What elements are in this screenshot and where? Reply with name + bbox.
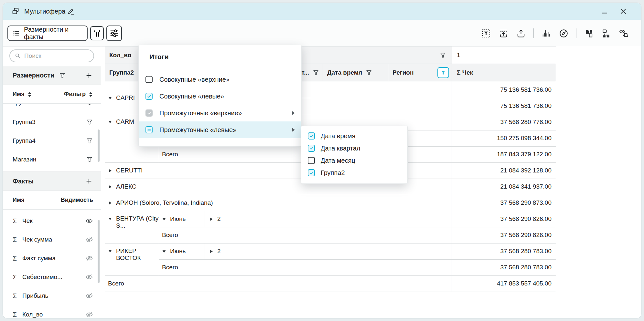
filter-icon[interactable] xyxy=(86,104,93,106)
close-button[interactable] xyxy=(619,7,628,16)
fact-item[interactable]: Σ Кол_во xyxy=(3,305,101,318)
expand-arrow-icon[interactable] xyxy=(209,217,213,221)
value-cell[interactable]: 21 084 392 128.00 xyxy=(452,162,556,179)
checkbox[interactable] xyxy=(145,109,153,117)
fact-item[interactable]: Σ Себестоимо... xyxy=(3,268,101,286)
visibility-toggle[interactable] xyxy=(85,254,93,262)
checkbox[interactable] xyxy=(308,132,315,140)
submenu-item-quarter[interactable]: Дата квартал xyxy=(301,142,407,154)
submenu-item-datetime[interactable]: Дата время xyxy=(301,130,407,142)
fact-item[interactable]: Σ Чек xyxy=(3,212,101,230)
facts-scrollbar[interactable] xyxy=(98,220,100,283)
header-datetime[interactable]: Дата время xyxy=(323,64,388,81)
fact-item[interactable]: Σ Факт сумма xyxy=(3,249,101,268)
sort-filter-icon[interactable] xyxy=(88,91,93,97)
row-group-cell[interactable]: РИКЕР ВОСТОК xyxy=(105,243,159,275)
value-cell[interactable]: 37 568 290 826.00 xyxy=(452,211,556,227)
expand-arrow-icon[interactable] xyxy=(162,249,166,254)
hierarchy-icon[interactable] xyxy=(601,28,611,38)
expand-arrow-icon[interactable] xyxy=(209,249,213,254)
fact-filter-value-cell[interactable]: 1 xyxy=(452,47,556,64)
copy-documents-icon[interactable] xyxy=(584,28,594,38)
value-cell[interactable]: 75 136 581 736.00 xyxy=(452,98,556,114)
fact-item[interactable]: Σ Чек сумма xyxy=(3,230,101,249)
expand-arrow-icon[interactable] xyxy=(108,201,112,205)
value-cell[interactable]: 37 568 280 783.00 xyxy=(452,259,556,275)
menu-item-intermediate-top[interactable]: Промежуточные «верхние» xyxy=(139,105,301,121)
row-quarter-cell[interactable]: 2 xyxy=(205,211,452,227)
minimize-button[interactable] xyxy=(600,7,609,16)
submenu-item-group2[interactable]: Группа2 xyxy=(301,167,407,179)
visibility-toggle[interactable] xyxy=(85,292,93,300)
chart-icon[interactable] xyxy=(541,28,551,38)
dimension-item[interactable]: Группа3 xyxy=(3,113,101,131)
header-region[interactable]: Регион xyxy=(388,64,452,81)
add-fact-button[interactable] xyxy=(85,178,92,185)
value-cell[interactable]: 37 568 280 783.00 xyxy=(452,243,556,259)
sidebar-search[interactable] xyxy=(9,49,94,62)
filter-icon[interactable] xyxy=(86,137,93,144)
visibility-toggle[interactable] xyxy=(85,273,93,281)
rename-pencil-icon[interactable] xyxy=(67,7,75,15)
expand-arrow-icon[interactable] xyxy=(162,217,166,221)
filter-icon[interactable] xyxy=(365,69,372,76)
checkbox[interactable] xyxy=(145,126,153,133)
add-dimension-button[interactable] xyxy=(85,72,92,79)
table-settings-button[interactable] xyxy=(106,26,122,41)
filter-selection-icon[interactable] xyxy=(481,28,491,38)
region-active-filter-button[interactable] xyxy=(437,67,449,78)
expand-arrow-icon[interactable] xyxy=(108,120,112,124)
dimensions-scrollbar[interactable] xyxy=(98,129,100,162)
visibility-tool-icon[interactable] xyxy=(619,28,629,38)
row-label: CAPRI xyxy=(116,94,135,101)
expand-arrow-icon[interactable] xyxy=(108,217,112,221)
checkbox[interactable] xyxy=(308,157,315,164)
expand-arrow-icon[interactable] xyxy=(108,249,112,253)
fact-item[interactable]: Σ Прибыль xyxy=(3,286,101,305)
expand-arrow-icon[interactable] xyxy=(108,96,112,100)
sort-name-icon[interactable] xyxy=(27,91,32,97)
row-group-cell[interactable]: АРИОН (Soloro, Tervolina, Indiana) xyxy=(105,195,452,211)
checkbox[interactable] xyxy=(308,145,315,152)
value-cell[interactable]: 37 568 280 778.00 xyxy=(452,114,556,130)
search-input[interactable] xyxy=(24,52,80,60)
visibility-toggle[interactable] xyxy=(85,217,93,225)
value-cell[interactable]: 37 568 290 873.00 xyxy=(452,195,556,211)
value-cell[interactable]: 75 136 581 736.00 xyxy=(452,82,556,98)
filter-icon[interactable] xyxy=(86,156,93,163)
checkbox[interactable] xyxy=(145,76,153,83)
column-width-button[interactable] xyxy=(90,26,104,40)
value-cell[interactable]: 417 853 557 405.00 xyxy=(452,275,556,292)
dimensions-filter-icon[interactable] xyxy=(59,72,66,79)
filter-icon[interactable] xyxy=(312,69,319,76)
row-quarter-cell[interactable]: 2 xyxy=(205,243,452,259)
menu-item-aggregate-left[interactable]: Совокупные «левые» xyxy=(139,88,301,105)
menu-item-intermediate-left[interactable]: Промежуточные «левые» xyxy=(139,121,301,138)
visibility-toggle[interactable] xyxy=(85,236,93,243)
value-cell[interactable]: 150 275 098 344.00 xyxy=(452,130,556,146)
filter-icon[interactable] xyxy=(86,119,93,126)
dimension-item[interactable]: Магазин xyxy=(3,150,101,169)
dimensions-facts-button[interactable]: Размерности и факты xyxy=(7,26,88,41)
value-cell[interactable]: 187 843 379 122.00 xyxy=(452,146,556,162)
visibility-toggle[interactable] xyxy=(85,311,93,318)
submenu-item-month[interactable]: Дата месяц xyxy=(301,154,407,167)
header-fact[interactable]: Σ Чек xyxy=(452,64,556,81)
row-month-cell[interactable]: Июнь xyxy=(159,243,205,259)
expand-arrow-icon[interactable] xyxy=(108,169,112,173)
collapse-up-icon[interactable] xyxy=(499,28,509,38)
dimension-item[interactable]: Группа1 xyxy=(3,104,101,112)
compass-icon[interactable] xyxy=(559,28,569,38)
value-cell[interactable]: 37 568 290 826.00 xyxy=(452,227,556,243)
menu-item-aggregate-top[interactable]: Совокупные «верхние» xyxy=(139,71,301,88)
row-month-cell[interactable]: Июнь xyxy=(159,211,205,227)
checkbox[interactable] xyxy=(308,169,315,176)
filter-icon[interactable] xyxy=(439,52,446,59)
value-cell[interactable]: 21 084 341 937.00 xyxy=(452,179,556,195)
export-icon[interactable] xyxy=(516,28,526,38)
row-group-cell[interactable]: ВЕНТУРА (City S... xyxy=(105,211,159,243)
cell-value: 187 843 379 122.00 xyxy=(497,151,552,158)
checkbox[interactable] xyxy=(145,93,153,100)
dimension-item[interactable]: Группа4 xyxy=(3,131,101,150)
expand-arrow-icon[interactable] xyxy=(108,185,112,189)
